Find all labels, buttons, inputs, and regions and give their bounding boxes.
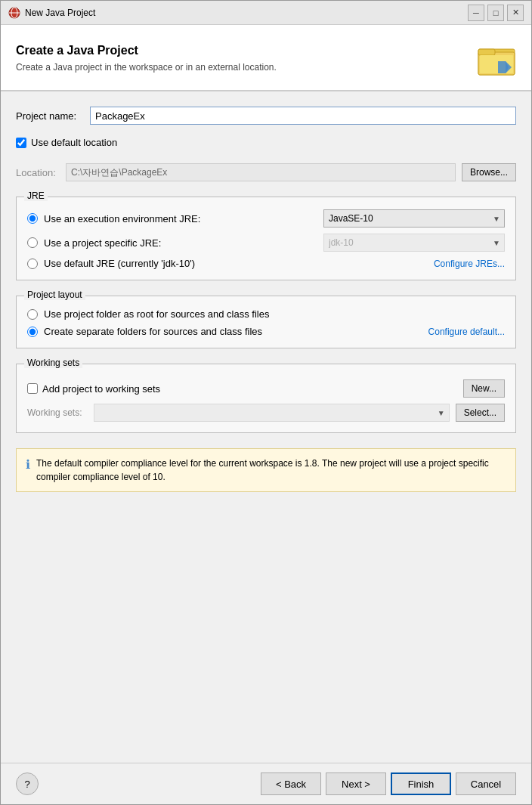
add-to-working-sets-row: Add project to working sets [27, 383, 160, 395]
info-section: ℹ The default compiler compliance level … [16, 448, 516, 492]
new-working-set-button[interactable]: New... [463, 379, 505, 398]
configure-jres-link[interactable]: Configure JREs... [434, 259, 505, 269]
window: New Java Project ─ □ ✕ Create a Java Pro… [0, 0, 532, 805]
working-sets-row2: Working sets: ▼ Select... [27, 404, 505, 422]
layout-option1-radio[interactable] [27, 309, 38, 320]
jre-option2-label: Use a project specific JRE: [44, 237, 317, 249]
layout-option1-row: Use project folder as root for sources a… [27, 308, 505, 320]
window-title: New Java Project [25, 8, 95, 18]
finish-button[interactable]: Finish [391, 772, 451, 795]
default-location-row: Use default location [16, 137, 516, 148]
layout-option2-label: Create separate folders for sources and … [44, 326, 422, 337]
select-working-sets-button[interactable]: Select... [456, 404, 505, 422]
cancel-button[interactable]: Cancel [456, 772, 516, 795]
header-title: Create a Java Project [16, 44, 277, 57]
add-working-sets-label: Add project to working sets [42, 383, 160, 395]
default-location-label: Use default location [31, 137, 117, 148]
minimize-button[interactable]: ─ [468, 5, 484, 21]
header-text: Create a Java Project Create a Java proj… [16, 44, 277, 73]
project-name-input[interactable] [90, 107, 516, 125]
jre-option1-select[interactable]: JavaSE-10 JavaSE-11 JavaSE-8 [323, 209, 505, 228]
header-subtitle: Create a Java project in the workspace o… [16, 62, 277, 73]
working-sets-label: Working sets: [27, 407, 88, 418]
working-sets-group: Working sets Add project to working sets… [16, 364, 516, 433]
next-button[interactable]: Next > [326, 772, 386, 795]
jre-option2-select-wrapper: jdk-10 jdk-11 ▼ [323, 234, 505, 252]
working-sets-select-wrapper: ▼ [94, 404, 450, 422]
content: Project name: Use default location Locat… [1, 91, 531, 763]
working-sets-legend: Working sets [24, 358, 82, 368]
jre-option2-radio[interactable] [27, 237, 38, 248]
browse-button[interactable]: Browse... [462, 163, 516, 181]
title-bar-left: New Java Project [8, 7, 95, 19]
info-icon: ℹ [26, 457, 30, 484]
maximize-button[interactable]: □ [487, 5, 504, 21]
location-label: Location: [16, 167, 60, 178]
location-input[interactable] [66, 163, 456, 181]
close-button[interactable]: ✕ [507, 5, 524, 21]
help-button[interactable]: ? [16, 772, 39, 795]
footer-buttons: < Back Next > Finish Cancel [261, 772, 516, 795]
header-section: Create a Java Project Create a Java proj… [1, 25, 531, 91]
jre-group: JRE Use an execution environment JRE: Ja… [16, 197, 516, 280]
jre-option1-label: Use an execution environment JRE: [44, 213, 317, 224]
working-sets-row1: Add project to working sets New... [27, 379, 505, 398]
layout-option2-row: Create separate folders for sources and … [27, 326, 505, 337]
project-layout-legend: Project layout [24, 289, 85, 300]
layout-option1-label: Use project folder as root for sources a… [44, 308, 505, 320]
project-name-label: Project name: [16, 110, 84, 122]
jre-option1-row: Use an execution environment JRE: JavaSE… [27, 209, 505, 228]
back-button[interactable]: < Back [261, 772, 321, 795]
svg-rect-5 [478, 49, 495, 55]
layout-option2-radio[interactable] [27, 327, 38, 337]
jre-legend: JRE [24, 190, 48, 201]
jre-option1-select-wrapper: JavaSE-10 JavaSE-11 JavaSE-8 ▼ [323, 209, 505, 228]
title-bar: New Java Project ─ □ ✕ [1, 1, 531, 25]
jre-option3-label: Use default JRE (currently 'jdk-10') [44, 258, 428, 269]
working-sets-select[interactable] [94, 404, 450, 422]
info-text: The default compiler compliance level fo… [36, 457, 506, 484]
header-folder-icon [477, 39, 516, 78]
working-sets-content: Add project to working sets New... Worki… [27, 372, 505, 422]
title-bar-controls: ─ □ ✕ [468, 5, 524, 21]
add-working-sets-checkbox[interactable] [27, 383, 38, 394]
configure-default-link[interactable]: Configure default... [428, 327, 505, 337]
jre-option1-radio[interactable] [27, 213, 38, 224]
default-location-checkbox[interactable] [16, 138, 26, 148]
jre-option3-radio[interactable] [27, 259, 38, 269]
jre-option3-row: Use default JRE (currently 'jdk-10') Con… [27, 258, 505, 269]
footer: ? < Back Next > Finish Cancel [1, 763, 531, 804]
window-icon [8, 7, 20, 19]
project-layout-group: Project layout Use project folder as roo… [16, 296, 516, 348]
jre-option2-row: Use a project specific JRE: jdk-10 jdk-1… [27, 234, 505, 252]
jre-option2-select[interactable]: jdk-10 jdk-11 [323, 234, 505, 252]
project-name-row: Project name: [16, 107, 516, 125]
location-row: Location: Browse... [16, 163, 516, 181]
